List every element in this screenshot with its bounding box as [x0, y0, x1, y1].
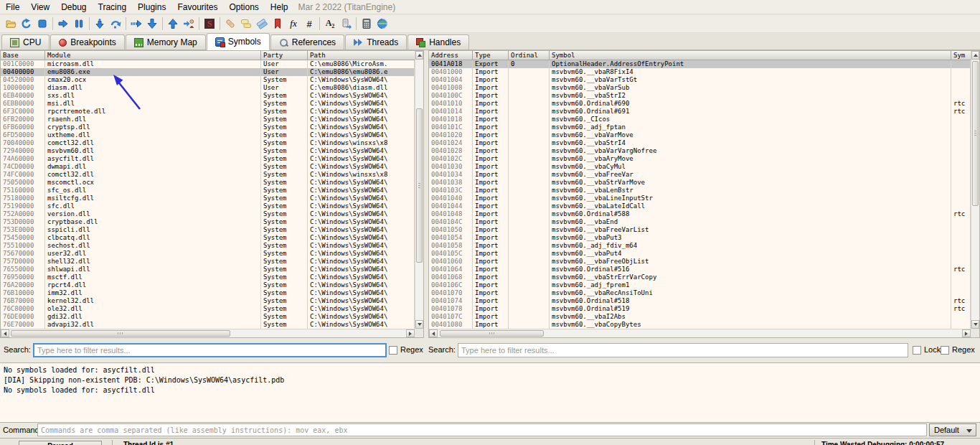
comments-icon[interactable] — [238, 16, 254, 32]
module-row[interactable]: 76C80000ole32.dllSystemC:\Windows\SysWOW… — [1, 305, 415, 313]
column-header-path[interactable]: Path — [308, 51, 423, 60]
symbols-vertical-scrollbar[interactable] — [971, 51, 979, 329]
tab-handles[interactable]: Handles — [407, 34, 469, 50]
module-row[interactable]: 6EB40000sxs.dllSystemC:\Windows\SysWOW64… — [1, 92, 415, 100]
symbol-row[interactable]: 00401008Importmsvbvm60.__vbaVarSub — [429, 84, 971, 92]
column-header-base[interactable]: Base — [1, 51, 45, 60]
menu-file[interactable]: File — [0, 1, 25, 14]
modules-regex-checkbox[interactable] — [389, 346, 397, 355]
module-row[interactable]: 6F3C0000rpcrtremote.dllSystemC:\Windows\… — [1, 108, 415, 116]
scroll-right-button[interactable] — [962, 329, 971, 337]
module-row[interactable]: 76DE0000gdi32.dllSystemC:\Windows\SysWOW… — [1, 313, 415, 321]
symbol-row[interactable]: 0040107CImportmsvbvm60.__vbaI2Abs — [429, 313, 971, 321]
symbol-row[interactable]: 00401034Importmsvbvm60.__vbaFreeVar — [429, 171, 971, 179]
module-row[interactable]: 76550000shlwapi.dllSystemC:\Windows\SysW… — [1, 266, 415, 273]
column-header-type[interactable]: Type — [473, 51, 509, 60]
module-row[interactable]: 76B70000kernel32.dllSystemC:\Windows\Sys… — [1, 297, 415, 305]
symbol-row[interactable]: 00401000Importmsvbvm60.__vbaR8FixI4 — [429, 68, 971, 76]
run-icon[interactable] — [55, 16, 71, 32]
scylla-icon[interactable]: S — [202, 16, 217, 32]
scroll-down-button[interactable] — [415, 320, 423, 329]
module-row[interactable]: 75190000sfc.dllSystemC:\Windows\SysWOW64… — [1, 202, 415, 210]
module-row[interactable]: 72940000msvbvm60.dllSystemC:\Windows\Sys… — [1, 147, 415, 155]
step-out-icon[interactable] — [144, 16, 160, 32]
module-row[interactable]: 753E0000sspicli.dllSystemC:\Windows\SysW… — [1, 226, 415, 234]
patches-icon[interactable] — [222, 16, 238, 32]
module-row[interactable]: 76E70000advapi32.dllSystemC:\Windows\Sys… — [1, 321, 415, 329]
symbol-row[interactable]: 00401058Importmsvbvm60._adj_fdiv_m64 — [429, 242, 971, 250]
column-header-party[interactable]: Party — [261, 51, 308, 60]
module-row[interactable]: 6FB20000rsaenh.dllSystemC:\Windows\SysWO… — [1, 116, 415, 123]
functions-icon[interactable]: fx — [286, 16, 301, 32]
tab-memory-map[interactable]: Memory Map — [126, 34, 206, 50]
scroll-up-button[interactable] — [971, 51, 979, 60]
symbol-row[interactable]: 00401048Importmsvbvm60.Ordinal#588rtc — [429, 210, 971, 218]
symbol-row[interactable]: 0040101CImportmsvbvm60._adj_fptan — [429, 123, 971, 131]
symbol-row[interactable]: 00401014Importmsvbvm60.Ordinal#691rtc — [429, 108, 971, 116]
symbol-row[interactable]: 00401018Importmsvbvm60._CIcos — [429, 116, 971, 123]
symbol-row[interactable]: 0040106CImportmsvbvm60._adj_fprem1 — [429, 281, 971, 289]
column-header-address[interactable]: Address — [429, 51, 473, 60]
symbol-row[interactable]: 0040103CImportmsvbvm60.__vbaLenBstr — [429, 187, 971, 195]
symbol-row[interactable]: 00401020Importmsvbvm60.__vbaVarMove — [429, 131, 971, 139]
scroll-thumb[interactable] — [416, 108, 423, 263]
module-row[interactable]: 76B10000imm32.dllSystemC:\Windows\SysWOW… — [1, 289, 415, 297]
symbol-row[interactable]: 00401038Importmsvbvm60.__vbaStrVarMove — [429, 179, 971, 187]
tab-references[interactable]: References — [270, 34, 344, 50]
module-row[interactable]: 04520000cmax20.ocxSystemC:\Windows\SysWO… — [1, 76, 415, 84]
symbol-row[interactable]: 00401010Importmsvbvm60.Ordinal#690rtc — [429, 100, 971, 108]
symbol-row[interactable]: 00401068Importmsvbvm60.__vbaStrErrVarCop… — [429, 273, 971, 281]
trace-icon[interactable]: # — [301, 16, 317, 32]
module-row[interactable]: 76950000msctf.dllSystemC:\Windows\SysWOW… — [1, 273, 415, 281]
symbol-row[interactable]: 00401074Importmsvbvm60.Ordinal#518rtc — [429, 297, 971, 305]
run-to-user-code-icon[interactable] — [181, 16, 197, 32]
scroll-thumb[interactable] — [11, 330, 230, 337]
restart-icon[interactable] — [19, 16, 34, 32]
scroll-thumb[interactable] — [972, 61, 979, 206]
module-row[interactable]: 757D0000shell32.dllSystemC:\Windows\SysW… — [1, 258, 415, 266]
pause-icon[interactable] — [71, 16, 87, 32]
symbol-row[interactable]: 00401040Importmsvbvm60.__vbaLineInputStr — [429, 195, 971, 202]
scroll-up-button[interactable] — [415, 51, 423, 60]
symbol-row[interactable]: 00401060Importmsvbvm60.__vbaFreeObjList — [429, 258, 971, 266]
step-into-icon[interactable] — [92, 16, 108, 32]
module-row[interactable]: 75510000sechost.dllSystemC:\Windows\SysW… — [1, 242, 415, 250]
module-row[interactable]: 75450000clbcatq.dllSystemC:\Windows\SysW… — [1, 234, 415, 242]
menu-help[interactable]: Help — [265, 1, 294, 14]
column-header-symbol[interactable]: Symbol — [550, 51, 951, 60]
scroll-down-button[interactable] — [971, 320, 979, 329]
module-row[interactable]: 10000000diasm.dllUserC:\emu8086\diasm.dl… — [1, 84, 415, 92]
command-profile-dropdown[interactable]: Default — [929, 423, 976, 436]
tab-threads[interactable]: Threads — [345, 34, 407, 50]
labels-icon[interactable] — [254, 16, 270, 32]
symbol-row[interactable]: 00401078Importmsvbvm60.Ordinal#519rtc — [429, 305, 971, 313]
column-header-ordinal[interactable]: Ordinal — [509, 51, 550, 60]
scroll-left-button[interactable] — [1, 329, 9, 337]
tab-cpu[interactable]: CPU — [1, 34, 50, 50]
stop-icon[interactable] — [34, 16, 50, 32]
symbol-row[interactable]: 00401024Importmsvbvm60.__vbaStrI4 — [429, 139, 971, 147]
column-header-module[interactable]: Module — [45, 51, 261, 60]
modules-search-input[interactable] — [33, 343, 387, 357]
menu-view[interactable]: View — [25, 1, 55, 14]
symbol-row[interactable]: 0040102CImportmsvbvm60.__vbaAryMove — [429, 155, 971, 163]
symbol-row[interactable]: 0040104CImportmsvbvm60.__vbaEnd — [429, 218, 971, 226]
module-row[interactable]: 75160000sfc_os.dllSystemC:\Windows\SysWO… — [1, 187, 415, 195]
symbol-row[interactable]: 00401028Importmsvbvm60.__vbaVarVargNofre… — [429, 147, 971, 155]
modules-vertical-scrollbar[interactable] — [415, 51, 423, 329]
module-row[interactable]: 74FC0000comctl32.dllSystemC:\Windows\win… — [1, 171, 415, 179]
symbol-row[interactable]: 00401064Importmsvbvm60.Ordinal#516rtc — [429, 266, 971, 273]
module-row[interactable]: 70040000comctl32.dllSystemC:\Windows\win… — [1, 139, 415, 147]
menu-debug[interactable]: Debug — [55, 1, 92, 14]
module-row[interactable]: 6EBB0000msi.dllSystemC:\Windows\SysWOW64… — [1, 100, 415, 108]
module-row[interactable]: 75050000mscomctl.ocxSystemC:\Windows\Sys… — [1, 179, 415, 187]
menu-favourites[interactable]: Favourites — [171, 1, 223, 14]
module-row[interactable]: 6FB60000cryptsp.dllSystemC:\Windows\SysW… — [1, 123, 415, 131]
module-row[interactable]: 74CD0000dwmapi.dllSystemC:\Windows\SysWO… — [1, 163, 415, 171]
module-row[interactable]: 74A60000asycfilt.dllSystemC:\Windows\Sys… — [1, 155, 415, 163]
module-row[interactable]: 76A20000rpcrt4.dllSystemC:\Windows\SysWO… — [1, 281, 415, 289]
symbol-row[interactable]: 00401030Importmsvbvm60.__vbaCyMul — [429, 163, 971, 171]
command-input[interactable] — [37, 423, 927, 436]
symbol-row[interactable]: 0040105CImportmsvbvm60.__vbaPut4 — [429, 250, 971, 258]
module-row[interactable]: 6FD50000uxtheme.dllSystemC:\Windows\SysW… — [1, 131, 415, 139]
